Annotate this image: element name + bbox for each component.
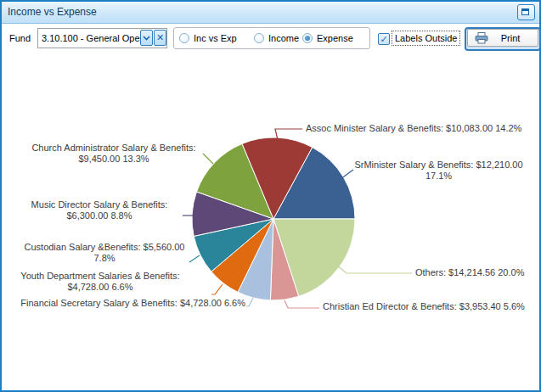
slice-label-line: Financial Secretary Salary & Benefits: $… bbox=[8, 298, 245, 309]
slice-label-line: Church Administrator Salary & Benefits: bbox=[29, 143, 199, 154]
income-vs-expense-window: Income vs Expense Fund 3.10.100 - Genera… bbox=[0, 0, 541, 392]
slice-label-line: 17.1% bbox=[347, 171, 530, 182]
label-leader-line bbox=[211, 284, 223, 294]
pie-chart-svg bbox=[2, 2, 541, 392]
label-leader-line bbox=[285, 300, 319, 308]
label-leader-line bbox=[203, 154, 213, 164]
slice-label: Financial Secretary Salary & Benefits: $… bbox=[8, 298, 245, 309]
slice-label-line: Youth Department Salaries & Benefits: bbox=[15, 271, 185, 282]
slice-label-line: Christian Ed Director & Benefits: $3,953… bbox=[323, 301, 535, 312]
slice-label-line: 7.8% bbox=[20, 253, 189, 264]
slice-label: Others: $14,214.56 20.0% bbox=[415, 267, 541, 278]
label-leader-line bbox=[337, 266, 412, 273]
label-leader-line bbox=[189, 255, 200, 262]
slice-label: Custodian Salary &Benefits: $5,560.007.8… bbox=[20, 242, 189, 264]
slice-label: Music Director Salary & Benefits:$6,300.… bbox=[14, 199, 184, 221]
slice-label-line: Custodian Salary &Benefits: $5,560.00 bbox=[20, 242, 189, 253]
slice-label-line: Assoc Minister Salary & Benefits: $10,08… bbox=[306, 123, 527, 134]
slice-label-line: SrMinister Salary & Benefits: $12,210.00 bbox=[347, 160, 530, 171]
slice-label-line: $9,450.00 13.3% bbox=[29, 154, 199, 165]
slice-label-line: Others: $14,214.56 20.0% bbox=[415, 267, 541, 278]
slice-label: SrMinister Salary & Benefits: $12,210.00… bbox=[347, 160, 530, 182]
slice-label: Christian Ed Director & Benefits: $3,953… bbox=[323, 301, 535, 312]
slice-label: Church Administrator Salary & Benefits:$… bbox=[29, 143, 199, 165]
slice-label-line: $4,728.00 6.6% bbox=[15, 282, 185, 293]
label-leader-line bbox=[246, 298, 253, 306]
slice-label: Assoc Minister Salary & Benefits: $10,08… bbox=[306, 123, 527, 134]
slice-label: Youth Department Salaries & Benefits:$4,… bbox=[15, 271, 185, 293]
slice-label-line: $6,300.00 8.8% bbox=[14, 210, 184, 221]
slice-label-line: Music Director Salary & Benefits: bbox=[14, 199, 184, 210]
